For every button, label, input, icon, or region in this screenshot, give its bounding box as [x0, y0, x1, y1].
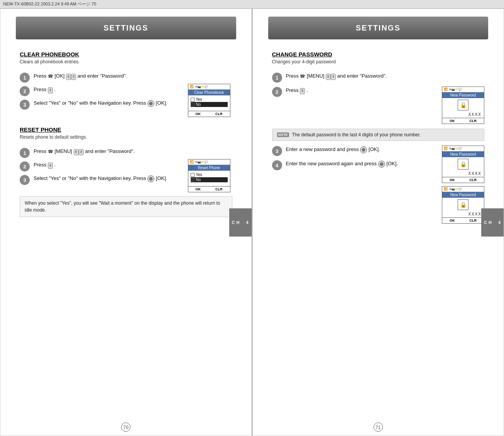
change-password-title: CHANGE PASSWORD — [272, 51, 485, 58]
pwd-step-3-circle: 3 — [272, 146, 282, 156]
main-content: SETTINGS CLEAR PHONEBOOK Clears all phon… — [0, 8, 504, 436]
key-4-reset: 4 — [48, 163, 53, 169]
pwd-step-1: 1 Press ☎ [MENU] 63 and enter "Password"… — [272, 72, 485, 83]
key-5-pwd: 5 — [300, 88, 305, 94]
clear-phonebook-steps: 1 Press ☎ [OK] 63 and enter "Password". … — [20, 72, 232, 117]
pwd-screens-right: 📶 ✉📷📁💬 New Password 🔒 XXXX OK CLR — [442, 146, 484, 224]
footer-clr-clear: CLR — [215, 112, 223, 116]
phone-icon-area-pwd4: 🔒 — [442, 198, 484, 211]
reset-step-3: 3 Select "Yes" or "No" with the Navigati… — [20, 175, 188, 185]
key-6: 6 — [66, 74, 71, 80]
key-phone-icon: ☎ — [48, 73, 53, 80]
phone-top-bar-reset: 📶 ✉📷📁💬 — [188, 159, 230, 165]
key-phone-icon-reset: ☎ — [48, 148, 53, 155]
phone-xxxx-3: XXXX — [442, 170, 484, 177]
left-header-text: SETTINGS — [103, 24, 148, 32]
nav-ok-icon-reset — [147, 175, 154, 182]
pwd-step-1-circle: 1 — [272, 73, 282, 83]
phone-footer-pwd3: OK CLR — [442, 177, 484, 183]
checkbox-yes-reset — [191, 173, 194, 177]
footer-ok-clear: OK — [196, 112, 201, 116]
nav-ok-icon-pwd4 — [378, 161, 385, 168]
pwd-step-2: 2 Press 5 . — [272, 87, 438, 97]
pwd-step-2-text: Press 5 . — [286, 87, 438, 94]
right-page: SETTINGS CHANGE PASSWORD Changes your 4-… — [252, 8, 504, 436]
reset-step-2-circle: 2 — [20, 161, 30, 171]
lock-icon-3: 🔒 — [458, 199, 468, 210]
reset-step-2-text: Press 4 . — [34, 161, 188, 169]
footer-ok-reset: OK — [196, 187, 201, 191]
key-6-reset: 6 — [74, 149, 79, 155]
label-yes-reset: Yes — [196, 173, 202, 177]
pwd-step-2-left: 2 Press 5 . — [272, 87, 438, 97]
clear-phonebook-desc: Clears all phonebook entries. — [20, 59, 232, 64]
reset-phone-screen-wrap: 📶 ✉📷📁💬 Reset Phone Yes — [188, 159, 232, 192]
reset-phone-steps: 1 Press ☎ [MENU] 63 and enter "Password"… — [20, 148, 232, 192]
reset-info-text: When you select "Yes", you will see "Wai… — [25, 200, 220, 213]
page-num-71: 71 — [374, 422, 383, 432]
pwd-step-2-row: 2 Press 5 . 📶 ✉📷📁💬 New Password — [272, 87, 485, 124]
pwd-step-3-left: 3 Enter a new password and press [OK]. 4… — [272, 146, 438, 170]
left-page: SETTINGS CLEAR PHONEBOOK Clears all phon… — [0, 8, 252, 436]
phone-row-yes-clear: Yes — [191, 97, 228, 102]
phone-screen-pwd4: 📶 ✉📷📁💬 New Password 🔒 XXXX OK CLR — [442, 186, 484, 224]
clear-step-3: 3 Select "Yes" or "No" with the Navigati… — [20, 99, 188, 110]
phone-screen-pwd3: 📶 ✉📷📁💬 New Password 🔒 XXXX OK CLR — [442, 146, 484, 183]
step-1-circle: 1 — [20, 73, 30, 83]
key-3b: 3 — [48, 87, 53, 93]
nav-ok-icon — [147, 100, 154, 107]
phone-row-no-clear: No — [191, 102, 228, 107]
clear-step-2: 2 Press 3 . — [20, 86, 188, 96]
ch4-sidebar-left: CH4 — [229, 208, 252, 236]
pwd-step-4: 4 Enter the new password again and press… — [272, 160, 438, 170]
left-page-number: 70 — [0, 419, 252, 436]
footer-clr-pwd3: CLR — [470, 178, 477, 182]
label-no-reset: No — [196, 178, 201, 182]
phone-icon-area-pwd1: 🔒 — [442, 98, 484, 111]
clear-phonebook-section: CLEAR PHONEBOOK Clears all phonebook ent… — [20, 51, 232, 117]
phone-screen-clear: 📶 ✉📷📁💬 Clear Phonebook Yes — [188, 84, 230, 117]
nav-ok-icon-pwd3 — [360, 146, 367, 153]
step-3-circle: 3 — [20, 100, 30, 110]
phone-footer-clear: OK CLR — [188, 111, 230, 117]
change-password-desc: Changes your 4-digit password — [272, 59, 485, 64]
note-box-pwd: NOTE The default password is the last 4 … — [272, 129, 485, 141]
key-3a: 3 — [71, 74, 76, 80]
reset-phone-desc: Resets phone to default settings. — [20, 134, 232, 140]
step-2-text: Press 3 . — [34, 86, 188, 93]
footer-ok-pwd3: OK — [450, 178, 455, 182]
step-2-circle: 2 — [20, 86, 30, 96]
phone-top-bar-clear: 📶 ✉📷📁💬 — [188, 84, 230, 90]
key-phone-pwd: ☎ — [300, 73, 305, 80]
clear-phonebook-steps-main: 1 Press ☎ [OK] 63 and enter "Password". … — [20, 72, 188, 117]
phone-title-reset: Reset Phone — [188, 165, 230, 171]
pwd-step-2-circle: 2 — [272, 87, 282, 97]
phone-footer-pwd4: OK CLR — [442, 217, 484, 223]
phone-body-clear: Yes No — [188, 95, 230, 111]
step-1-text: Press ☎ [OK] 63 and enter "Password". — [34, 72, 188, 80]
checkbox-no-clear — [191, 103, 194, 107]
left-settings-header: SETTINGS — [16, 17, 236, 39]
ch4-sidebar-right: CH4 — [481, 208, 504, 236]
phone-title-clear: Clear Phonebook — [188, 90, 230, 95]
phone-top-bar-pwd4: 📶 ✉📷📁💬 — [442, 187, 484, 192]
phone-screen-pwd1: 📶 ✉📷📁💬 New Password 🔒 XXXX OK CLR — [442, 87, 484, 124]
phone-icon-area-pwd3: 🔒 — [442, 157, 484, 170]
footer-clr-pwd4: CLR — [470, 219, 477, 222]
phone-top-bar-pwd3: 📶 ✉📷📁💬 — [442, 146, 484, 151]
pwd-step-4-text: Enter the new password again and press [… — [286, 160, 438, 168]
right-page-content: CHANGE PASSWORD Changes your 4-digit pas… — [253, 47, 504, 419]
reset-info-box: When you select "Yes", you will see "Wai… — [20, 196, 232, 217]
pwd-step-1-text: Press ☎ [MENU] 63 and enter "Password". — [286, 72, 485, 80]
lock-icon-2: 🔒 — [458, 159, 468, 170]
reset-step-1-circle: 1 — [20, 148, 30, 158]
footer-clr-reset: CLR — [215, 187, 223, 191]
checkbox-yes-clear — [191, 98, 194, 102]
footer-ok-pwd4: OK — [450, 219, 455, 222]
phone-row-no-reset: No — [191, 177, 228, 182]
lock-icon: 🔒 — [458, 100, 468, 110]
reset-step-2: 2 Press 4 . — [20, 161, 188, 171]
key-3-reset: 3 — [79, 149, 84, 155]
pwd-step-4-circle: 4 — [272, 160, 282, 170]
right-settings-header: SETTINGS — [268, 17, 489, 39]
